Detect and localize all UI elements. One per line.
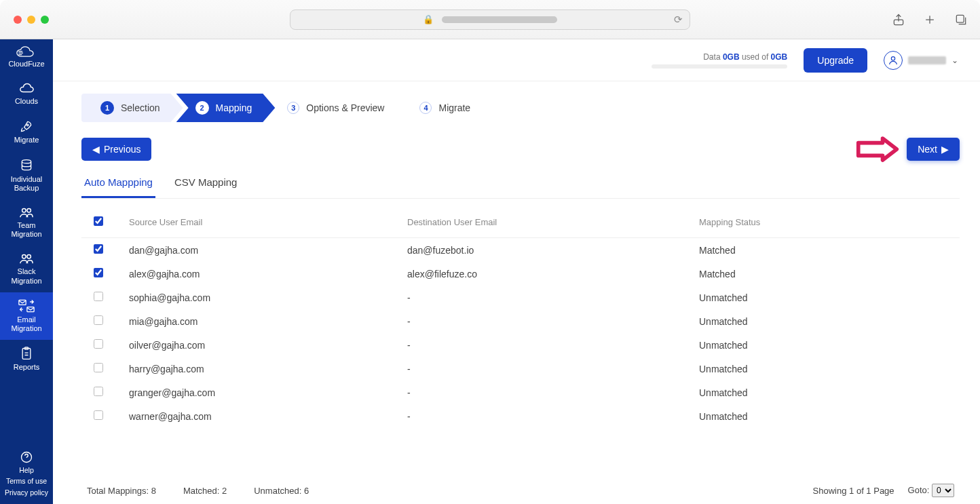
tab-overview-icon[interactable] <box>954 13 968 26</box>
goto-label: Goto: <box>908 485 930 495</box>
chevron-right-icon: ▶ <box>941 144 949 155</box>
source-email: granger@gajha.com <box>122 381 400 404</box>
data-usage: Data 0GB used of 0GB <box>652 52 787 69</box>
step-label: Selection <box>121 102 160 113</box>
sidebar-item-email-migration[interactable]: Email Migration <box>0 292 53 340</box>
svg-rect-10 <box>22 349 31 360</box>
svg-rect-1 <box>956 15 964 22</box>
data-prefix: Data <box>703 52 723 62</box>
col-status: Mapping Status <box>692 207 960 238</box>
footer-stats: Total Mappings: 8 Matched: 2 Unmatched: … <box>81 472 960 504</box>
chevron-left-icon: ◀ <box>92 144 100 155</box>
total-mappings: Total Mappings: 8 <box>87 486 156 496</box>
sidebar-footer: Help Terms of use Privacy policy <box>0 447 53 504</box>
minimize-window[interactable] <box>27 16 35 24</box>
row-checkbox[interactable] <box>94 244 103 254</box>
table-header-row: Source User Email Destination User Email… <box>81 207 960 238</box>
destination-email: - <box>400 357 692 381</box>
next-button[interactable]: Next ▶ <box>907 138 960 161</box>
svg-rect-9 <box>27 307 34 311</box>
sidebar-item-migrate[interactable]: Migrate <box>0 113 53 151</box>
privacy-link[interactable]: Privacy policy <box>1 487 52 499</box>
svg-point-4 <box>22 208 26 212</box>
user-menu[interactable]: ⌄ <box>884 51 958 70</box>
brand-logo[interactable]: CloudFuze <box>0 39 53 75</box>
url-obscured <box>442 16 557 23</box>
close-window[interactable] <box>14 16 22 24</box>
select-all-checkbox[interactable] <box>94 216 103 226</box>
maximize-window[interactable] <box>41 16 49 24</box>
destination-email: alex@filefuze.co <box>400 262 692 286</box>
sidebar-item-reports[interactable]: Reports <box>0 340 53 379</box>
mapping-status: Unmatched <box>692 404 960 428</box>
share-icon[interactable] <box>892 13 905 26</box>
tab-csv-mapping[interactable]: CSV Mapping <box>172 171 240 198</box>
help-icon[interactable] <box>20 451 33 463</box>
table-row: sophia@gajha.com-Unmatched <box>81 286 960 309</box>
goto-control: Goto: 0 <box>908 484 954 497</box>
team-icon <box>19 206 34 218</box>
svg-point-5 <box>27 208 31 212</box>
row-checkbox[interactable] <box>94 363 103 372</box>
tab-auto-mapping[interactable]: Auto Mappping <box>81 171 155 198</box>
sidebar-item-label: Team Migration <box>1 221 52 239</box>
row-checkbox[interactable] <box>94 339 103 349</box>
row-checkbox[interactable] <box>94 268 103 277</box>
mapping-status: Matched <box>692 238 960 263</box>
browser-toolbar-right <box>892 13 968 26</box>
sidebar-item-label: Individual Backup <box>1 175 52 193</box>
table-row: granger@gajha.com-Unmatched <box>81 381 960 404</box>
avatar-icon <box>884 51 903 70</box>
row-checkbox[interactable] <box>94 315 103 325</box>
row-checkbox[interactable] <box>94 410 103 420</box>
brand-label: CloudFuze <box>1 60 52 69</box>
mapping-status: Unmatched <box>692 357 960 381</box>
destination-email: - <box>400 404 692 428</box>
upgrade-button[interactable]: Upgrade <box>804 48 867 73</box>
source-email: harry@gajha.com <box>122 357 400 381</box>
help-link[interactable]: Help <box>1 465 52 476</box>
previous-button[interactable]: ◀ Previous <box>81 138 151 161</box>
source-email: alex@gajha.com <box>122 262 400 286</box>
sidebar-item-slack-migration[interactable]: Slack Migration <box>0 246 53 292</box>
terms-link[interactable]: Terms of use <box>1 476 52 487</box>
source-email: warner@gajha.com <box>122 404 400 428</box>
source-email: oilver@gajha.com <box>122 333 400 357</box>
step-options-preview[interactable]: 3 Options & Preview <box>268 94 407 122</box>
destination-email: dan@fuzebot.io <box>400 238 692 263</box>
new-tab-icon[interactable] <box>923 13 937 26</box>
step-mapping[interactable]: 2 Mapping <box>176 94 276 122</box>
step-number: 3 <box>287 102 299 114</box>
step-selection[interactable]: 1 Selection <box>81 94 183 122</box>
step-label: Mapping <box>216 102 252 113</box>
mapping-table: Source User Email Destination User Email… <box>81 207 960 428</box>
step-number: 1 <box>100 101 114 115</box>
table-row: mia@gajha.com-Unmatched <box>81 309 960 333</box>
step-migrate[interactable]: 4 Migrate <box>400 94 493 122</box>
row-checkbox[interactable] <box>94 292 103 301</box>
sidebar-item-clouds[interactable]: Clouds <box>0 75 53 113</box>
user-name-obscured <box>908 56 946 64</box>
cloud-icon <box>19 82 34 94</box>
source-email: dan@gajha.com <box>122 238 400 263</box>
source-email: mia@gajha.com <box>122 309 400 333</box>
address-bar[interactable]: 🔒 ⟳ <box>290 9 690 30</box>
table-row: oilver@gajha.com-Unmatched <box>81 333 960 357</box>
row-checkbox[interactable] <box>94 387 103 396</box>
cloudfuze-logo-icon <box>15 46 38 60</box>
sidebar-item-individual-backup[interactable]: Individual Backup <box>0 152 53 199</box>
reload-icon[interactable]: ⟳ <box>674 14 683 26</box>
browser-chrome: 🔒 ⟳ <box>0 0 980 39</box>
svg-point-13 <box>891 56 894 60</box>
sidebar-item-label: Slack Migration <box>1 267 52 285</box>
goto-select[interactable]: 0 <box>932 484 954 497</box>
mapping-status: Unmatched <box>692 286 960 309</box>
destination-email: - <box>400 309 692 333</box>
sidebar-item-team-migration[interactable]: Team Migration <box>0 199 53 246</box>
database-icon <box>20 159 33 172</box>
table-row: alex@gajha.comalex@filefuze.coMatched <box>81 262 960 286</box>
data-mid: used of <box>740 52 771 62</box>
previous-label: Previous <box>104 144 140 155</box>
col-destination: Destination User Email <box>400 207 692 238</box>
data-total-value: 0GB <box>771 52 788 62</box>
